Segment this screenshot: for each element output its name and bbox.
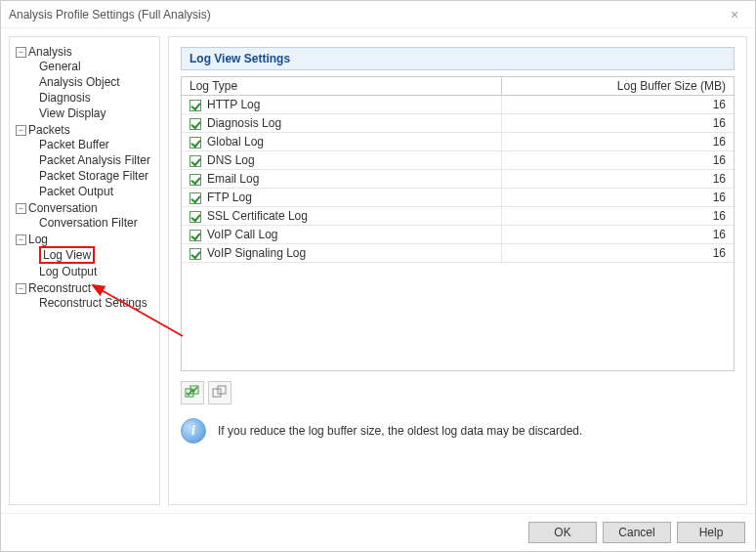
tree-item-log-output[interactable]: Log Output [16,264,159,279]
nav-tree: − Analysis General Analysis Object Diagn… [9,36,160,505]
table-row[interactable]: VoIP Signaling Log16 [182,244,734,263]
help-button[interactable]: Help [677,522,745,543]
table-row[interactable]: VoIP Call Log16 [182,226,734,244]
collapse-icon[interactable]: − [16,283,26,294]
cell-log-type: FTP Log [182,189,502,207]
table-row[interactable]: HTTP Log16 [182,96,734,114]
cell-buffer-size[interactable]: 16 [502,114,734,133]
cell-log-type-text: SSL Certificate Log [207,209,308,223]
tree-item-analysis-object[interactable]: Analysis Object [16,74,159,90]
table-toolbar [181,381,735,404]
row-checkbox[interactable] [189,137,201,149]
row-checkbox[interactable] [189,248,201,260]
tree-group-label: Log [28,233,48,246]
row-checkbox[interactable] [189,192,201,204]
tree-group-label: Packets [28,123,70,137]
collapse-icon[interactable]: − [16,234,26,245]
tree-group-log[interactable]: − Log [16,233,159,246]
close-icon[interactable]: × [720,7,749,22]
cell-log-type-text: FTP Log [207,191,252,204]
collapse-icon[interactable]: − [16,203,26,214]
cell-log-type-text: Diagnosis Log [207,116,281,130]
tree-group-packets[interactable]: − Packets [16,123,159,137]
cell-buffer-size[interactable]: 16 [502,226,734,244]
deselect-all-icon [212,385,228,401]
col-header-log-type[interactable]: Log Type [182,77,502,96]
row-checkbox[interactable] [189,155,201,167]
cell-log-type: Global Log [182,133,502,151]
tree-item-packet-storage-filter[interactable]: Packet Storage Filter [16,168,159,184]
cell-log-type: DNS Log [182,151,502,170]
row-checkbox[interactable] [189,211,201,223]
info-icon: i [181,418,206,444]
svg-rect-2 [213,389,221,397]
cell-log-type: VoIP Call Log [182,226,502,244]
cancel-button[interactable]: Cancel [603,522,671,543]
tree-item-packet-output[interactable]: Packet Output [16,184,159,199]
cell-buffer-size[interactable]: 16 [502,133,734,151]
row-checkbox[interactable] [189,100,201,111]
collapse-icon[interactable]: − [16,47,26,58]
tree-item-packet-buffer[interactable]: Packet Buffer [16,137,159,152]
collapse-icon[interactable]: − [16,125,26,136]
cell-log-type: VoIP Signaling Log [182,244,502,263]
cell-log-type-text: DNS Log [207,153,255,167]
tree-item-general[interactable]: General [16,59,159,74]
cell-log-type-text: VoIP Signaling Log [207,246,306,260]
tree-item-log-view[interactable]: Log View [16,246,159,264]
log-table: Log Type Log Buffer Size (MB) HTTP Log16… [181,76,735,371]
panel-heading: Log View Settings [181,47,735,70]
cell-log-type-text: Email Log [207,172,259,186]
tree-group-label: Conversation [28,201,98,215]
row-checkbox[interactable] [189,118,201,130]
cell-buffer-size[interactable]: 16 [502,170,734,189]
settings-panel: Log View Settings Log Type Log Buffer Si… [168,36,747,505]
col-header-buffer-size[interactable]: Log Buffer Size (MB) [502,77,734,96]
ok-button[interactable]: OK [528,522,597,543]
table-row[interactable]: Diagnosis Log16 [182,114,734,133]
tree-item-reconstruct-settings[interactable]: Reconstruct Settings [16,295,159,311]
cell-buffer-size[interactable]: 16 [502,96,734,114]
cell-buffer-size[interactable]: 16 [502,207,734,226]
cell-log-type: HTTP Log [182,96,502,114]
tree-item-diagnosis[interactable]: Diagnosis [16,90,159,106]
tree-group-conversation[interactable]: − Conversation [16,201,159,215]
tree-group-label: Analysis [28,45,72,59]
cell-buffer-size[interactable]: 16 [502,244,734,263]
select-all-button[interactable] [181,381,204,404]
tree-item-view-display[interactable]: View Display [16,106,159,121]
cell-log-type: Email Log [182,170,502,189]
cell-log-type: SSL Certificate Log [182,207,502,226]
table-row[interactable]: Global Log16 [182,133,734,151]
annotation-highlight: Log View [39,246,95,264]
table-row[interactable]: DNS Log16 [182,151,734,170]
cell-buffer-size[interactable]: 16 [502,151,734,170]
table-row[interactable]: FTP Log16 [182,189,734,207]
cell-log-type: Diagnosis Log [182,114,502,133]
cell-log-type-text: VoIP Call Log [207,228,278,241]
table-row[interactable]: SSL Certificate Log16 [182,207,734,226]
info-text: If you reduce the log buffer size, the o… [218,424,582,438]
deselect-all-button[interactable] [208,381,231,404]
main-area: − Analysis General Analysis Object Diagn… [1,28,755,513]
svg-rect-3 [218,386,226,394]
tree-item-packet-analysis-filter[interactable]: Packet Analysis Filter [16,152,159,168]
info-row: i If you reduce the log buffer size, the… [181,418,735,444]
cell-log-type-text: HTTP Log [207,98,260,111]
tree-group-analysis[interactable]: − Analysis [16,45,159,59]
dialog-footer: OK Cancel Help [1,513,755,551]
tree-group-label: Reconstruct [28,281,91,295]
select-all-icon [185,385,200,401]
cell-log-type-text: Global Log [207,135,264,149]
row-checkbox[interactable] [189,174,201,186]
table-row[interactable]: Email Log16 [182,170,734,189]
title-bar: Analysis Profile Settings (Full Analysis… [1,1,755,28]
row-checkbox[interactable] [189,230,201,241]
cell-buffer-size[interactable]: 16 [502,189,734,207]
tree-item-conversation-filter[interactable]: Conversation Filter [16,215,159,231]
window-title: Analysis Profile Settings (Full Analysis… [9,8,211,21]
tree-group-reconstruct[interactable]: − Reconstruct [16,281,159,295]
